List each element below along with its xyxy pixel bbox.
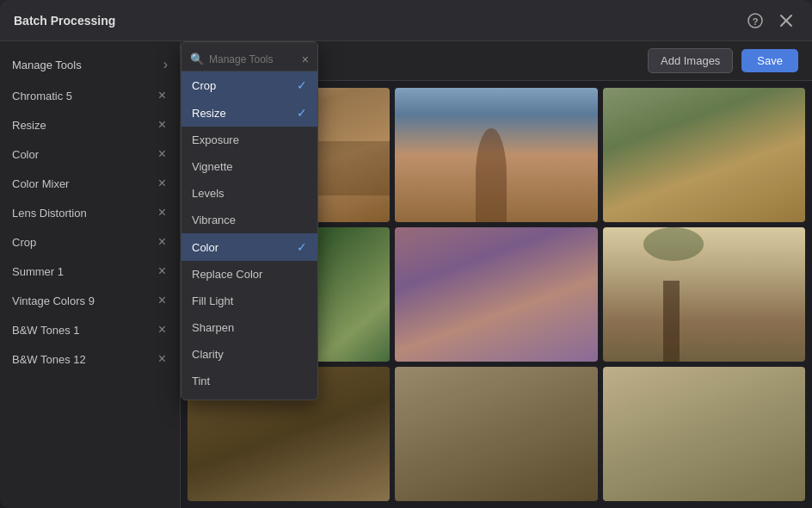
- dropdown-item-replace-color[interactable]: Replace Color: [181, 261, 317, 288]
- dropdown-item-label: Sharpen: [192, 321, 234, 334]
- checkmark-icon: ✓: [297, 240, 307, 254]
- dropdown-clear-button[interactable]: ×: [302, 53, 309, 65]
- dropdown-item-exposure[interactable]: Exposure: [181, 127, 317, 153]
- remove-item-button[interactable]: ×: [157, 294, 168, 307]
- dropdown-item-crop[interactable]: Crop ✓: [181, 71, 317, 99]
- modal-body: Manage Tools › Chromatic 5 × Resize × Co…: [0, 41, 812, 508]
- sidebar-item-label: Color Mixer: [12, 177, 69, 190]
- help-icon: ?: [747, 13, 763, 28]
- remove-item-button[interactable]: ×: [157, 89, 168, 102]
- search-icon: 🔍: [190, 53, 204, 65]
- sidebar-item-label: Color: [12, 148, 39, 161]
- sidebar-item-label: Vintage Colors 9: [12, 294, 95, 307]
- help-button[interactable]: ?: [743, 9, 767, 33]
- remove-item-button[interactable]: ×: [157, 177, 168, 190]
- image-cell-6[interactable]: [603, 227, 805, 362]
- sidebar-items-list: Chromatic 5 × Resize × Color × Color Mix…: [0, 81, 180, 374]
- remove-item-button[interactable]: ×: [157, 264, 168, 278]
- sidebar-item-lens-distortion[interactable]: Lens Distortion ×: [0, 198, 180, 227]
- manage-tools-label: Manage Tools: [12, 59, 82, 71]
- dropdown-item-label: Fill Light: [192, 294, 233, 307]
- close-icon: [779, 14, 793, 28]
- modal-title: Batch Processing: [14, 14, 115, 28]
- sidebar-item-color-mixer[interactable]: Color Mixer ×: [0, 169, 180, 198]
- checkmark-icon: ✓: [297, 106, 307, 120]
- sidebar-item-bw-tones12[interactable]: B&W Tones 12 ×: [0, 344, 180, 374]
- sidebar-item-summer1[interactable]: Summer 1 ×: [0, 257, 180, 286]
- dropdown-search-input[interactable]: [209, 53, 297, 65]
- dropdown-item-label: Vignette: [192, 160, 232, 173]
- sidebar-item-crop[interactable]: Crop ×: [0, 227, 180, 257]
- remove-item-button[interactable]: ×: [157, 323, 168, 337]
- dropdown-item-label: Vibrance: [192, 214, 236, 226]
- dropdown-items-list: Crop ✓ Resize ✓ Exposure Vignette Levels…: [181, 71, 317, 394]
- chevron-right-icon: ›: [163, 57, 168, 72]
- dropdown-item-clarity[interactable]: Clarity: [181, 341, 317, 368]
- dropdown-item-color[interactable]: Color ✓: [181, 233, 317, 261]
- sidebar: Manage Tools › Chromatic 5 × Resize × Co…: [0, 41, 181, 508]
- sidebar-item-color[interactable]: Color ×: [0, 139, 180, 169]
- add-images-button[interactable]: Add Images: [648, 48, 733, 73]
- save-button[interactable]: Save: [741, 49, 798, 72]
- dropdown-item-label: Exposure: [192, 133, 239, 146]
- svg-text:?: ?: [753, 15, 759, 26]
- image-cell-8[interactable]: [395, 367, 597, 501]
- dropdown-item-label: Color: [192, 241, 218, 254]
- dropdown-item-label: Replace Color: [192, 268, 262, 281]
- remove-item-button[interactable]: ×: [157, 206, 168, 220]
- dropdown-item-label: Tint: [192, 375, 210, 387]
- dropdown-item-levels[interactable]: Levels: [181, 180, 317, 207]
- sidebar-item-label: Chromatic 5: [12, 90, 72, 102]
- dropdown-item-label: Resize: [192, 107, 226, 120]
- dropdown-item-tint[interactable]: Tint: [181, 368, 317, 394]
- remove-item-button[interactable]: ×: [157, 118, 168, 132]
- image-cell-5[interactable]: [395, 227, 597, 362]
- remove-item-button[interactable]: ×: [157, 352, 168, 366]
- dropdown-item-vibrance[interactable]: Vibrance: [181, 207, 317, 233]
- dropdown-item-label: Levels: [192, 187, 225, 200]
- remove-item-button[interactable]: ×: [157, 147, 168, 161]
- title-bar: Batch Processing ?: [0, 0, 812, 41]
- dropdown-item-sharpen[interactable]: Sharpen: [181, 314, 317, 341]
- dropdown-item-resize[interactable]: Resize ✓: [181, 99, 317, 127]
- sidebar-item-bw-tones1[interactable]: B&W Tones 1 ×: [0, 315, 180, 344]
- image-cell-9[interactable]: [603, 367, 805, 501]
- image-cell-2[interactable]: [395, 88, 597, 222]
- sidebar-item-resize[interactable]: Resize ×: [0, 110, 180, 139]
- close-button[interactable]: [774, 9, 798, 33]
- dropdown-item-label: Clarity: [192, 348, 224, 361]
- image-cell-3[interactable]: [603, 88, 805, 222]
- dropdown-search-bar: 🔍 ×: [181, 47, 317, 71]
- title-bar-actions: ?: [743, 9, 798, 33]
- sidebar-item-chromatic5[interactable]: Chromatic 5 ×: [0, 81, 180, 110]
- manage-tools-row[interactable]: Manage Tools ›: [0, 48, 180, 81]
- dropdown-item-label: Crop: [192, 79, 216, 92]
- sidebar-item-vintage-colors9[interactable]: Vintage Colors 9 ×: [0, 286, 180, 315]
- batch-processing-modal: Batch Processing ? Manage Tools ›: [0, 0, 812, 508]
- dropdown-item-vignette[interactable]: Vignette: [181, 153, 317, 180]
- remove-item-button[interactable]: ×: [157, 235, 168, 249]
- sidebar-item-label: B&W Tones 12: [12, 353, 86, 366]
- sidebar-item-label: Resize: [12, 119, 46, 132]
- sidebar-item-label: B&W Tones 1: [12, 324, 80, 337]
- dropdown-item-fill-light[interactable]: Fill Light: [181, 288, 317, 314]
- sidebar-item-label: Crop: [12, 236, 36, 249]
- sidebar-item-label: Lens Distortion: [12, 207, 87, 220]
- checkmark-icon: ✓: [297, 78, 307, 92]
- sidebar-item-label: Summer 1: [12, 265, 64, 278]
- manage-tools-dropdown: 🔍 × Crop ✓ Resize ✓ Exposure Vignette Le…: [181, 41, 318, 400]
